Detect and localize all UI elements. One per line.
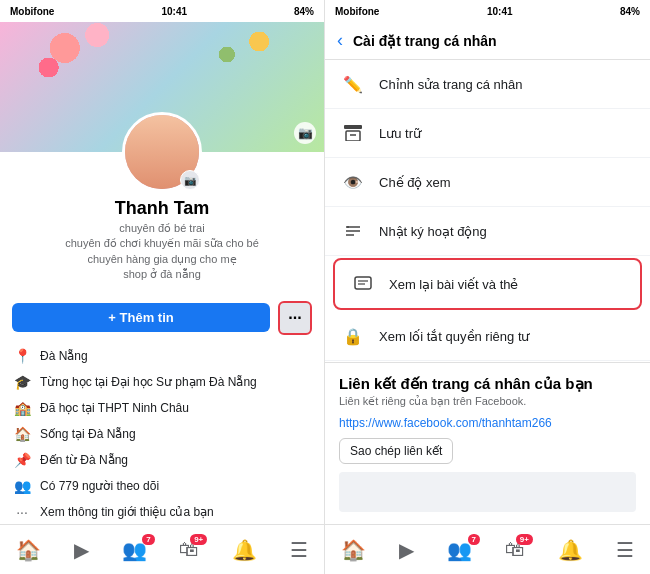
bottom-nav-right: 🏠 ▶ 👥 7 🛍 9+ 🔔 ☰ [325, 524, 650, 574]
menu-item-view[interactable]: 👁️ Chế độ xem [325, 158, 650, 207]
view-icon: 👁️ [339, 168, 367, 196]
nav-bell-left[interactable]: 🔔 [232, 538, 257, 562]
shop-badge-right: 9+ [516, 534, 533, 545]
link-subtitle: Liên kết riêng của bạn trên Facebook. [339, 395, 636, 408]
bio-line1: chuyên đồ bé trai [119, 222, 204, 234]
university-icon: 🎓 [12, 374, 32, 390]
info-about-text: Xem thông tin giới thiệu của bạn [40, 505, 312, 519]
info-item-live: 🏠 Sống tại Đà Nẵng [12, 421, 312, 447]
menu-item-activity[interactable]: Nhật ký hoạt động [325, 207, 650, 256]
info-followers-text: Có 779 người theo dõi [40, 479, 312, 493]
nav-menu-right[interactable]: ☰ [616, 538, 634, 562]
info-live-text: Sống tại Đà Nẵng [40, 427, 312, 441]
back-button[interactable]: ‹ [337, 30, 343, 51]
menu-item-edit[interactable]: ✏️ Chỉnh sửa trang cá nhân [325, 60, 650, 109]
edit-icon: ✏️ [339, 70, 367, 98]
add-info-button[interactable]: + Thêm tin [12, 303, 270, 332]
friends-badge-left: 7 [142, 534, 154, 545]
bio-line3: chuyên hàng gia dụng cho mẹ [87, 253, 236, 265]
left-battery: 84% [294, 6, 314, 17]
left-status-bar: Mobifone 10:41 84% [0, 0, 324, 22]
link-section: Liên kết đến trang cá nhân của bạn Liên … [325, 362, 650, 524]
profile-bio: chuyên đồ bé trai chuyên đồ chơi khuyến … [45, 219, 279, 285]
info-item-from: 📌 Đến từ Đà Nẵng [12, 447, 312, 473]
menu-item-privacy[interactable]: 🔒 Xem lối tắt quyền riêng tư [325, 312, 650, 361]
bottom-nav-left: 🏠 ▶ 👥 7 🛍 9+ 🔔 ☰ [0, 524, 324, 574]
info-item-about[interactable]: ··· Xem thông tin giới thiệu của bạn [12, 499, 312, 524]
nav-shop-right[interactable]: 🛍 9+ [505, 538, 525, 561]
nav-shop-left[interactable]: 🛍 9+ [179, 538, 199, 561]
activity-icon [339, 217, 367, 245]
info-highschool-text: Đã học tại THPT Ninh Châu [40, 401, 312, 415]
archive-icon [339, 119, 367, 147]
nav-video-right[interactable]: ▶ [399, 538, 414, 562]
nav-menu-left[interactable]: ☰ [290, 538, 308, 562]
nav-bell-right[interactable]: 🔔 [558, 538, 583, 562]
info-from-text: Đến từ Đà Nẵng [40, 453, 312, 467]
right-status-bar: Mobifone 10:41 84% [325, 0, 650, 22]
bio-line2: chuyên đồ chơi khuyến mãi sữa cho bé [65, 237, 259, 249]
menu-item-archive[interactable]: Lưu trữ [325, 109, 650, 158]
avatar-wrapper: 📷 [122, 112, 202, 192]
right-battery: 84% [620, 6, 640, 17]
right-carrier: Mobifone [335, 6, 379, 17]
shop-badge-left: 9+ [190, 534, 207, 545]
link-placeholder [339, 472, 636, 512]
menu-item-review[interactable]: Xem lại bài viết và thẻ [333, 258, 642, 310]
info-list: 📍 Đà Nẵng 🎓 Từng học tại Đại học Sư phạm… [0, 343, 324, 524]
settings-title: Cài đặt trang cá nhân [353, 33, 497, 49]
profile-name: Thanh Tam [115, 198, 210, 219]
nav-friends-left[interactable]: 👥 7 [122, 538, 147, 562]
info-item-followers: 👥 Có 779 người theo dõi [12, 473, 312, 499]
live-icon: 🏠 [12, 426, 32, 442]
menu-label-edit: Chỉnh sửa trang cá nhân [379, 77, 523, 92]
location-icon: 📍 [12, 348, 32, 364]
bio-line4: shop ở đà nẵng [123, 268, 201, 280]
nav-home-right[interactable]: 🏠 [341, 538, 366, 562]
nav-video-left[interactable]: ▶ [74, 538, 89, 562]
svg-rect-1 [346, 131, 360, 141]
menu-label-activity: Nhật ký hoạt động [379, 224, 487, 239]
copy-link-button[interactable]: Sao chép liên kết [339, 438, 453, 464]
left-panel: Mobifone 10:41 84% 📷 📷 Thanh Tam chuyên … [0, 0, 325, 574]
info-university-text: Từng học tại Đại học Sư phạm Đà Nẵng [40, 375, 312, 389]
settings-header: ‹ Cài đặt trang cá nhân [325, 22, 650, 60]
info-location-text: Đà Nẵng [40, 349, 312, 363]
review-icon [349, 270, 377, 298]
svg-rect-7 [355, 277, 371, 289]
from-icon: 📌 [12, 452, 32, 468]
info-item-location: 📍 Đà Nẵng [12, 343, 312, 369]
info-item-highschool: 🏫 Đã học tại THPT Ninh Châu [12, 395, 312, 421]
action-row: + Thêm tin ··· [0, 293, 324, 343]
more-button[interactable]: ··· [278, 301, 312, 335]
nav-home-left[interactable]: 🏠 [16, 538, 41, 562]
friends-badge-right: 7 [468, 534, 480, 545]
followers-icon: 👥 [12, 478, 32, 494]
about-icon: ··· [12, 504, 32, 520]
privacy-icon: 🔒 [339, 322, 367, 350]
svg-point-6 [347, 226, 349, 228]
link-url: https://www.facebook.com/thanhtam266 [339, 416, 636, 430]
right-time: 10:41 [487, 6, 513, 17]
menu-label-archive: Lưu trữ [379, 126, 421, 141]
settings-menu-list: ✏️ Chỉnh sửa trang cá nhân Lưu trữ 👁️ Ch… [325, 60, 650, 362]
left-time: 10:41 [161, 6, 187, 17]
avatar-camera-icon[interactable]: 📷 [180, 170, 200, 190]
info-item-university: 🎓 Từng học tại Đại học Sư phạm Đà Nẵng [12, 369, 312, 395]
profile-section: 📷 Thanh Tam chuyên đồ bé trai chuyên đồ … [0, 112, 324, 293]
menu-label-view: Chế độ xem [379, 175, 451, 190]
svg-rect-0 [344, 125, 362, 129]
right-panel: Mobifone 10:41 84% ‹ Cài đặt trang cá nh… [325, 0, 650, 574]
nav-friends-right[interactable]: 👥 7 [447, 538, 472, 562]
highschool-icon: 🏫 [12, 400, 32, 416]
link-title: Liên kết đến trang cá nhân của bạn [339, 375, 636, 393]
menu-label-review: Xem lại bài viết và thẻ [389, 277, 519, 292]
left-carrier: Mobifone [10, 6, 54, 17]
menu-label-privacy: Xem lối tắt quyền riêng tư [379, 329, 530, 344]
